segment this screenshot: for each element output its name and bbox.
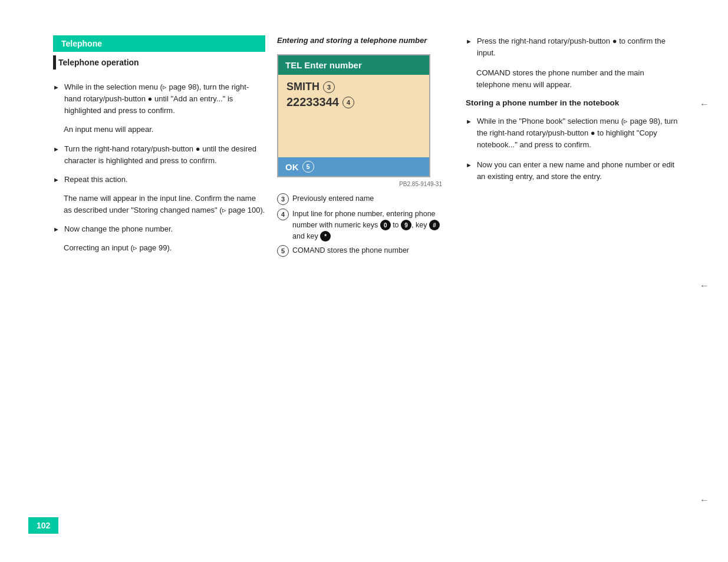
circle-3: 3 [323, 81, 335, 93]
page-number: 102 [28, 517, 58, 534]
bullet-arrow-icon: ► [53, 82, 60, 92]
indent-text: COMAND stores the phone number and the m… [476, 67, 678, 91]
left-column: Telephone Telephone operation ► While in… [53, 35, 265, 262]
tel-header: TEL Enter number [278, 55, 429, 75]
bullet-arrow-icon: ► [466, 117, 472, 127]
caption-text: Previously entered name [292, 193, 374, 204]
bullet-item: ► Now change the phone number. [53, 223, 265, 235]
bullet-text: Now you can enter a new name and phone n… [477, 159, 678, 183]
indent-text: An input menu will appear. [64, 124, 265, 135]
bullet-arrow-icon: ► [466, 37, 472, 47]
circle-4: 4 [342, 97, 354, 108]
tel-body: SMITH 3 22233344 4 [278, 75, 429, 157]
bullet-item: ► Turn the right-hand rotary/push-button… [53, 143, 265, 167]
caption-text: COMAND stores the phone number [292, 245, 409, 256]
bullet-arrow-icon: ► [53, 144, 60, 154]
caption-circle-5: 5 [277, 245, 289, 257]
storing-title: Storing a phone number in the notebook [466, 98, 678, 107]
caption-circle-3: 3 [277, 193, 289, 205]
caption-item: 4 Input line for phone number, entering … [277, 209, 442, 242]
bullet-item: ► While in the selection menu (▹ page 98… [53, 81, 265, 117]
key-0: 0 [380, 220, 391, 230]
bullet-text: Repeat this action. [64, 174, 128, 186]
tel-smith-row: SMITH 3 [286, 81, 421, 93]
circle-5: 5 [302, 161, 314, 173]
tel-number-row: 22233344 4 [286, 95, 421, 109]
bullet-item: ► Now you can enter a new name and phone… [466, 159, 678, 183]
bullet-arrow-icon: ► [53, 224, 60, 234]
section-header-telephone: Telephone [53, 35, 265, 52]
key-9: 9 [401, 220, 411, 230]
bullet-item: ► Press the right-hand rotary/push-butto… [466, 35, 678, 59]
mid-section-title: Entering and storing a telephone number [277, 35, 442, 46]
key-hash: # [429, 220, 440, 230]
bullet-text: Turn the right-hand rotary/push-button ●… [64, 143, 265, 167]
tel-screen: TEL Enter number SMITH 3 22233344 4 OK 5 [277, 54, 430, 177]
caption-item: 5 COMAND stores the phone number [277, 245, 442, 257]
image-reference: PB2.85-9149-31 [277, 181, 442, 187]
bullet-arrow-icon: ► [466, 160, 472, 170]
telephone-label: Telephone [61, 39, 102, 48]
key-star: * [320, 231, 331, 242]
bullet-text: While in the "Phone book" selection menu… [477, 115, 678, 151]
caption-item: 3 Previously entered name [277, 193, 442, 205]
indent-text: Correcting an input (▹ page 99). [64, 242, 265, 254]
operation-label: Telephone operation [58, 58, 139, 67]
bullet-item: ► Repeat this action. [53, 174, 265, 186]
margin-arrow-icon: ← [700, 280, 709, 291]
margin-arrow-icon: ← [700, 99, 709, 110]
section-subheader-operation: Telephone operation [53, 55, 265, 70]
bullet-arrow-icon: ► [53, 175, 60, 185]
bullet-text: While in the selection menu (▹ page 98),… [64, 81, 265, 117]
bullet-text: Now change the phone number. [64, 223, 173, 235]
middle-column: Entering and storing a telephone number … [277, 35, 442, 260]
tel-footer: OK 5 [278, 157, 429, 176]
margin-arrow-icon: ← [700, 495, 709, 505]
bullet-text: Press the right-hand rotary/push-button … [477, 35, 678, 59]
right-column: ► Press the right-hand rotary/push-butto… [466, 35, 678, 191]
caption-text: Input line for phone number, entering ph… [292, 209, 442, 242]
bullet-item: ► While in the "Phone book" selection me… [466, 115, 678, 151]
caption-circle-4: 4 [277, 209, 289, 220]
indent-text: The name will appear in the input line. … [64, 193, 265, 216]
